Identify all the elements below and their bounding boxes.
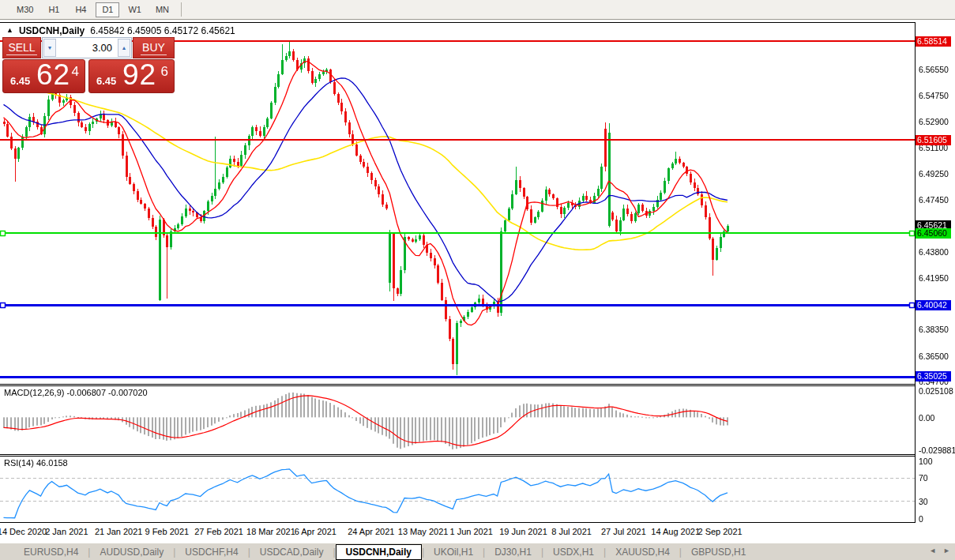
time-axis[interactable]: 14 Dec 20202 Jan 202121 Jan 20219 Feb 20… [0, 523, 915, 542]
time-label: 27 Feb 2021 [194, 527, 243, 536]
time-label: 27 Jul 2021 [601, 527, 646, 536]
price-axis[interactable]: 6.565506.547506.529006.511006.492506.474… [916, 22, 955, 523]
symbol-tab-usdcad[interactable]: USDCAD,Daily [250, 544, 333, 560]
tab-scroll-left-icon[interactable]: ◄ [929, 547, 936, 554]
symbol-tab-usdx[interactable]: USDX,H1 [543, 544, 603, 560]
time-label: 21 Jan 2021 [95, 527, 143, 536]
timeframe-button-w1[interactable]: W1 [122, 2, 147, 17]
chart-header: ▲ USDCNH,Daily 6.45842 6.45905 6.45172 6… [6, 25, 235, 36]
time-label: 13 May 2021 [398, 527, 449, 536]
timeframe-button-h4[interactable]: H4 [69, 2, 92, 17]
ask-price-big: 92 [122, 58, 156, 92]
price-tick: 6.49250 [919, 169, 949, 179]
ask-price-prefix: 6.45 [96, 75, 116, 87]
price-tick: 6.41950 [919, 273, 949, 283]
bid-price-sup: 4 [72, 64, 79, 80]
macd-pane-label: MACD(12,26,9) -0.006807 -0.007020 [4, 388, 148, 397]
sell-button-label: SELL [6, 41, 36, 55]
mt4-window: M30H1H4D1W1MN ▲ USDCNH,Daily 6.45842 6.4… [0, 0, 955, 560]
time-label: 14 Dec 2020 [0, 527, 47, 536]
symbol-tab-ukoil[interactable]: UKOil,H1 [424, 544, 483, 560]
time-label: 14 Aug 2021 [651, 527, 700, 536]
macd-axis-tick: 0.00 [919, 413, 934, 423]
price-tick: 6.47450 [919, 195, 949, 205]
bid-price-big: 62 [36, 58, 70, 92]
tab-scroll-right-icon[interactable]: ► [943, 547, 950, 554]
price-badge: 6.58514 [916, 36, 951, 47]
volume-increase-icon[interactable]: ▲ [118, 39, 130, 57]
timeframe-button-m30[interactable]: M30 [11, 2, 39, 17]
price-tick: 6.52900 [919, 117, 949, 126]
time-label: 9 Feb 2021 [145, 527, 189, 536]
symbol-tab-xauusd[interactable]: XAUUSD,H4 [606, 544, 679, 560]
timeframe-button-mn[interactable]: MN [150, 2, 175, 17]
rsi-axis-tick: 100 [919, 457, 933, 466]
rsi-axis-tick: 30 [919, 497, 928, 506]
symbol-tab-usdcnh[interactable]: USDCNH,Daily [336, 544, 422, 560]
price-tick: 6.36500 [919, 351, 949, 361]
sell-button[interactable]: SELL [2, 37, 41, 58]
time-label: 19 Jun 2021 [499, 527, 547, 536]
rsi-axis-tick: 0 [919, 514, 923, 524]
buy-button[interactable]: BUY [133, 37, 175, 58]
time-label: 2 Sep 2021 [697, 527, 742, 536]
price-badge: 6.45060 [916, 228, 951, 239]
rsi-axis-tick: 70 [919, 473, 928, 483]
timeframe-button-d1[interactable]: D1 [96, 2, 119, 17]
time-label: 6 Apr 2021 [295, 527, 337, 536]
rsi-pane-label: RSI(14) 46.0158 [4, 458, 68, 468]
price-tick: 6.56550 [919, 65, 949, 74]
volume-decrease-icon[interactable]: ▼ [43, 39, 56, 57]
time-label: 8 Jul 2021 [551, 527, 592, 536]
time-label: 24 Apr 2021 [348, 527, 394, 536]
price-tick: 6.38350 [919, 325, 949, 334]
macd-axis-tick: -0.029881 [919, 445, 955, 455]
symbol-tab-gbpusd[interactable]: GBPUSD,H1 [682, 544, 755, 560]
symbol-tab-usdchf[interactable]: USDCHF,H4 [175, 544, 247, 560]
timeframe-button-h1[interactable]: H1 [42, 2, 66, 17]
symbol-tab-bar: EURUSD,H4|AUDUSD,Daily|USDCHF,H4|USDCAD,… [0, 543, 955, 560]
one-click-trade-panel: SELL ▼ ▲ BUY 6.45 62 4 6.45 92 6 [2, 37, 175, 93]
price-badge: 6.40042 [916, 300, 951, 310]
time-label: 18 Mar 2021 [246, 527, 295, 536]
symbol-tab-audusd[interactable]: AUDUSD,Daily [90, 544, 173, 560]
macd-axis-tick: 0.025108 [919, 386, 953, 396]
price-badge: 6.35025 [916, 371, 951, 381]
bid-price-prefix: 6.45 [10, 75, 30, 87]
price-badge: 6.51605 [916, 135, 951, 145]
volume-stepper: ▼ ▲ [42, 37, 132, 58]
time-label: 1 Jun 2021 [449, 527, 492, 536]
ohlc-values: 6.45842 6.45905 6.45172 6.45621 [90, 25, 235, 36]
price-tick: 6.43800 [919, 247, 949, 257]
collapse-panel-icon[interactable]: ▲ [6, 26, 13, 34]
symbol-tab-dj30[interactable]: DJ30,H1 [485, 544, 541, 560]
symbol-tab-eurusd[interactable]: EURUSD,H4 [14, 544, 88, 560]
buy-button-label: BUY [141, 41, 167, 55]
price-tick: 6.54750 [919, 91, 949, 100]
volume-input[interactable] [57, 38, 117, 58]
bid-price-tile[interactable]: 6.45 62 4 [2, 59, 85, 93]
ask-price-sup: 6 [161, 64, 168, 80]
toolbar-separator [181, 2, 182, 17]
time-label: 2 Jan 2021 [45, 527, 88, 536]
ask-price-tile[interactable]: 6.45 92 6 [88, 59, 175, 93]
symbol-name: USDCNH,Daily [19, 25, 85, 36]
timeframe-toolbar: M30H1H4D1W1MN [0, 0, 955, 20]
